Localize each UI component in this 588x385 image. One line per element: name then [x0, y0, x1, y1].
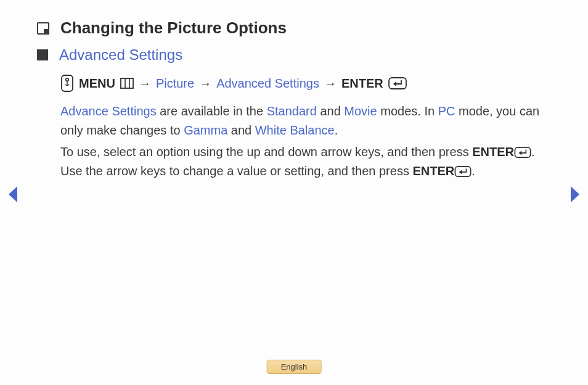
page-title: Changing the Picture Options [60, 19, 287, 38]
nav-advanced-settings: Advanced Settings [216, 77, 319, 91]
svg-point-1 [66, 78, 69, 81]
next-page-button[interactable] [568, 185, 582, 206]
subheading: Advanced Settings [59, 46, 182, 64]
p2-t1: To use, select an option using the up an… [60, 145, 472, 159]
enter-icon-inline-1 [514, 147, 531, 158]
p2-t3: . [472, 164, 475, 178]
grid-icon [120, 78, 134, 89]
menu-label: MENU [79, 77, 115, 91]
p1-t3: modes. In [377, 104, 438, 118]
section-marker-icon [37, 22, 49, 35]
svg-rect-3 [121, 78, 133, 88]
arrow-1: → [139, 77, 151, 91]
p1-advance-settings: Advance Settings [60, 104, 157, 118]
sub-marker-icon [37, 49, 48, 60]
page-content: Changing the Picture Options Advanced Se… [0, 0, 588, 181]
svg-rect-7 [515, 147, 530, 157]
p1-t6: . [335, 123, 338, 137]
svg-rect-8 [455, 167, 471, 176]
p2-enter1: ENTER [472, 145, 514, 159]
subheading-row: Advanced Settings [37, 46, 551, 64]
p1-movie: Movie [344, 104, 377, 118]
p1-standard: Standard [267, 104, 317, 118]
nav-path: MENU → Picture → Advanced Settings → ENT… [60, 75, 551, 92]
enter-label: ENTER [341, 77, 383, 91]
svg-rect-6 [389, 78, 406, 89]
paragraph-1: Advance Settings are available in the St… [60, 102, 551, 140]
prev-page-button[interactable] [6, 185, 20, 206]
p1-pc: PC [438, 104, 455, 118]
p1-gamma: Gamma [184, 123, 227, 137]
indented-body: MENU → Picture → Advanced Settings → ENT… [60, 75, 551, 181]
arrow-3: → [324, 77, 337, 91]
arrow-2: → [199, 77, 211, 91]
p2-enter2: ENTER [412, 164, 454, 178]
paragraph-2: To use, select an option using the up an… [60, 143, 551, 181]
enter-icon [388, 77, 407, 89]
p1-t1: are available in the [157, 104, 267, 118]
enter-icon-inline-2 [454, 166, 472, 177]
heading-row: Changing the Picture Options [37, 19, 551, 38]
p1-t5: and [227, 123, 255, 137]
language-badge: English [267, 360, 322, 374]
p1-white-balance: White Balance [255, 123, 335, 137]
p1-t2: and [317, 104, 344, 118]
remote-icon [60, 75, 74, 92]
nav-picture: Picture [156, 77, 194, 91]
